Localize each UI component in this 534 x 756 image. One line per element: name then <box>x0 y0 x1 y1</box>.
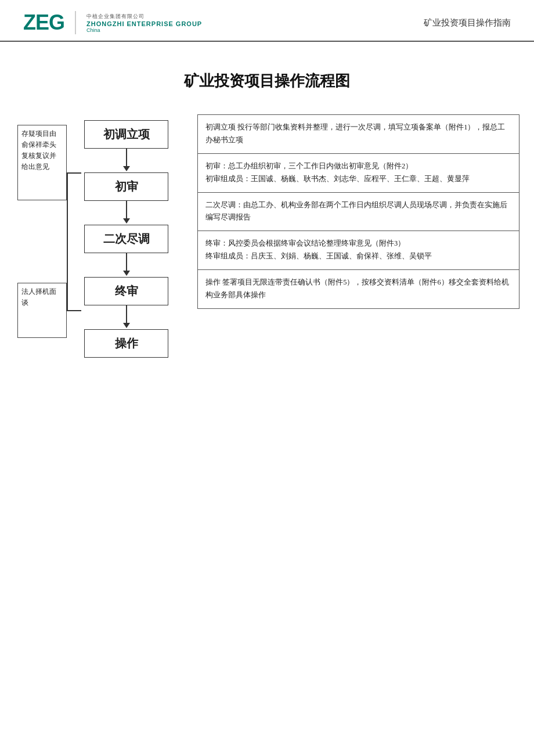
desc3-bold: 二次尽调： <box>205 201 243 209</box>
h-line-2 <box>67 310 81 311</box>
flow-box-step4: 终审 <box>84 277 168 305</box>
logo-en: ZHONGZHI ENTERPRISE GROUP <box>86 20 202 27</box>
flow-box-step2: 初审 <box>84 172 168 201</box>
v-line-side <box>67 172 68 310</box>
logo-area: ZEG 中植企业集团有限公司 ZHONGZHI ENTERPRISE GROUP… <box>23 10 202 35</box>
desc-box-5: 操作 签署项目无限连带责任确认书（附件5），按移交资料清单（附件6）移交全套资料… <box>197 270 519 309</box>
logo-en-sub: China <box>86 27 202 33</box>
page-title: 矿业投资项目操作流程图 <box>0 71 534 91</box>
desc-box-4: 终审：风控委员会根据终审会议结论整理终审意见（附件3） 终审组成员：吕庆玉、刘娟… <box>197 231 519 270</box>
desc-box-2: 初审：总工办组织初审，三个工作日内做出初审意见（附件2） 初审组成员：王国诚、杨… <box>197 154 519 193</box>
arrow4 <box>126 305 127 323</box>
header: ZEG 中植企业集团有限公司 ZHONGZHI ENTERPRISE GROUP… <box>0 0 534 42</box>
desc4-bold: 终审： <box>205 239 228 247</box>
desc5-text: 签署项目无限连带责任确认书（附件5），按移交资料清单（附件6）移交全套资料给机构… <box>205 278 509 299</box>
desc2-bold: 初审： <box>205 162 228 170</box>
logo-text-block: 中植企业集团有限公司 ZHONGZHI ENTERPRISE GROUP Chi… <box>86 13 202 33</box>
desc3-text: 由总工办、机构业务部在两个工作日内组织尽调人员现场尽调，并负责在实施后编写尽调报… <box>205 201 507 222</box>
arrowhead3 <box>123 271 130 276</box>
desc1-text: 投行等部门收集资料并整理，进行一次尽调，填写立项备案单（附件1），报总工办秘书立… <box>205 123 505 144</box>
h-line-1 <box>67 172 81 174</box>
logo-cn: 中植企业集团有限公司 <box>86 13 202 20</box>
arrow2 <box>126 201 127 218</box>
arrowhead2 <box>123 218 130 224</box>
logo-zeg: ZEG <box>23 10 64 35</box>
desc-box-1: 初调立项 投行等部门收集资料并整理，进行一次尽调，填写立项备案单（附件1），报总… <box>197 114 519 154</box>
arrow3 <box>126 253 127 271</box>
arrow1 <box>126 149 127 166</box>
left-panel: 初调立项 初审 二次尽调 <box>15 114 186 556</box>
flow-box-step3: 二次尽调 <box>84 225 168 253</box>
flow-box-step5: 操作 <box>84 329 168 358</box>
arrowhead4 <box>123 323 130 328</box>
diagram-container: 初调立项 初审 二次尽调 <box>0 114 534 556</box>
desc-box-3: 二次尽调：由总工办、机构业务部在两个工作日内组织尽调人员现场尽调，并负责在实施后… <box>197 193 519 232</box>
desc2-text: 总工办组织初审，三个工作日内做出初审意见（附件2） 初审组成员：王国诚、杨巍、耿… <box>205 162 470 183</box>
side-note-2: 法人择机面谈 <box>17 283 67 338</box>
side-note-1: 存疑项目由俞保祥牵头复核复议并给出意见 <box>17 125 67 200</box>
flow-box-step1: 初调立项 <box>84 120 168 149</box>
logo-divider <box>75 11 76 34</box>
desc4-text: 风控委员会根据终审会议结论整理终审意见（附件3） 终审组成员：吕庆玉、刘娟、杨巍… <box>205 239 432 260</box>
desc5-bold: 操作 <box>205 278 221 286</box>
desc1-bold: 初调立项 <box>205 123 236 131</box>
arrowhead1 <box>123 166 130 171</box>
right-panel: 初调立项 投行等部门收集资料并整理，进行一次尽调，填写立项备案单（附件1），报总… <box>197 114 519 556</box>
header-page-title: 矿业投资项目操作指南 <box>424 17 511 28</box>
